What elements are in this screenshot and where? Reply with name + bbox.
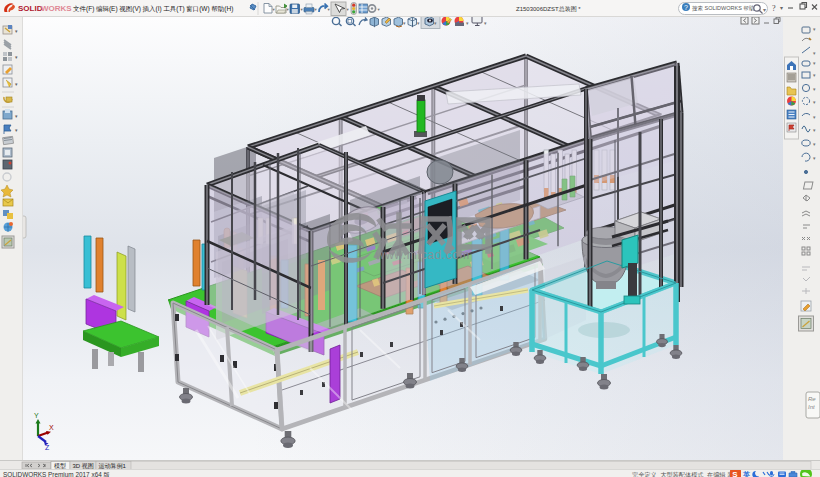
svg-text:▾: ▾	[15, 54, 18, 60]
svg-text:英: 英	[742, 471, 750, 477]
svg-text:▾: ▾	[378, 7, 381, 12]
svg-text:▾: ▾	[813, 60, 816, 66]
svg-text:WORKS: WORKS	[41, 4, 72, 13]
svg-text:▾: ▾	[813, 26, 816, 32]
svg-text:▾: ▾	[763, 7, 766, 13]
svg-text:▾: ▾	[15, 113, 18, 119]
svg-text:▾: ▾	[813, 86, 816, 92]
svg-text:www.mfcad.com: www.mfcad.com	[375, 248, 470, 262]
svg-text:▾: ▾	[813, 114, 816, 120]
svg-text:▾: ▾	[15, 127, 18, 133]
svg-text:▾: ▾	[287, 7, 290, 12]
svg-text:▾: ▾	[813, 141, 816, 147]
svg-text:▾: ▾	[813, 50, 816, 56]
svg-text:▾: ▾	[273, 7, 276, 12]
svg-text:Int: Int	[808, 404, 815, 410]
svg-text:▾: ▾	[15, 28, 18, 34]
svg-text:▾: ▾	[15, 81, 18, 87]
svg-text:▾: ▾	[813, 127, 816, 133]
svg-text:▾: ▾	[328, 7, 331, 12]
svg-text:?: ?	[772, 4, 776, 13]
svg-text:▾: ▾	[301, 7, 304, 12]
svg-text:SOLID: SOLID	[18, 4, 43, 13]
svg-text:Re: Re	[808, 396, 816, 402]
svg-text:▾: ▾	[780, 5, 783, 11]
svg-text:▾: ▾	[813, 72, 816, 78]
svg-text:▾: ▾	[813, 155, 816, 161]
svg-text:S: S	[732, 470, 738, 477]
svg-text:▾: ▾	[813, 99, 816, 105]
svg-text:▾: ▾	[315, 7, 318, 12]
svg-text:▾: ▾	[347, 7, 350, 12]
